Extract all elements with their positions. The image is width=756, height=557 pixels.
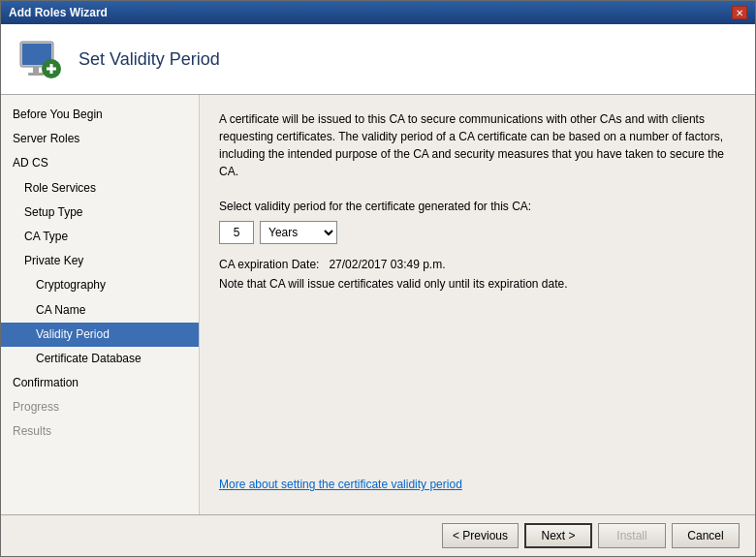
sidebar-item[interactable]: Role Services (1, 176, 199, 201)
sidebar-item: Results (1, 419, 199, 444)
sidebar-item[interactable]: CA Name (1, 298, 199, 323)
sidebar-item[interactable]: Confirmation (1, 371, 199, 395)
header-area: Set Validity Period (1, 24, 755, 95)
sidebar-item[interactable]: Before You Begin (1, 103, 199, 127)
sidebar: Before You BeginServer RolesAD CSRole Se… (1, 95, 200, 514)
page-title: Set Validity Period (79, 49, 220, 70)
content-area: Before You BeginServer RolesAD CSRole Se… (1, 95, 755, 514)
link-area: More about setting the certificate valid… (219, 477, 736, 491)
more-info-link[interactable]: More about setting the certificate valid… (219, 478, 462, 491)
install-button[interactable]: Install (598, 523, 666, 548)
title-bar: Add Roles Wizard ✕ (1, 1, 755, 24)
sidebar-item[interactable]: Setup Type (1, 201, 199, 225)
sidebar-item[interactable]: Private Key (1, 249, 199, 273)
window-title: Add Roles Wizard (9, 6, 108, 19)
cancel-button[interactable]: Cancel (672, 523, 740, 548)
expiration-line: CA expiration Date: 27/02/2017 03:49 p.m… (219, 258, 736, 271)
expiration-value: 27/02/2017 03:49 p.m. (329, 258, 445, 271)
header-icon (16, 36, 63, 82)
wizard-window: Add Roles Wizard ✕ Set Validity Period (0, 0, 756, 557)
previous-button[interactable]: < Previous (442, 523, 519, 548)
expiration-label: CA expiration Date: (219, 258, 319, 271)
main-content: A certificate will be issued to this CA … (200, 95, 755, 514)
validity-controls: YearsMonthsWeeksDays (219, 221, 736, 244)
svg-rect-6 (50, 64, 53, 74)
svg-rect-2 (33, 67, 39, 73)
select-label: Select validity period for the certifica… (219, 200, 736, 213)
sidebar-item[interactable]: Server Roles (1, 127, 199, 151)
sidebar-item[interactable]: Cryptography (1, 273, 199, 297)
sidebar-item[interactable]: AD CS (1, 151, 199, 175)
validity-unit-select[interactable]: YearsMonthsWeeksDays (260, 221, 337, 244)
sidebar-item: Progress (1, 395, 199, 419)
next-button[interactable]: Next > (524, 523, 592, 548)
svg-rect-3 (28, 73, 44, 76)
sidebar-item[interactable]: CA Type (1, 225, 199, 249)
footer: < Previous Next > Install Cancel (1, 514, 755, 556)
validity-number-input[interactable] (219, 221, 254, 244)
close-button[interactable]: ✕ (732, 6, 747, 19)
sidebar-item[interactable]: Certificate Database (1, 347, 199, 371)
sidebar-item[interactable]: Validity Period (1, 323, 199, 347)
note-text: Note that CA will issue certificates val… (219, 277, 736, 291)
description-text: A certificate will be issued to this CA … (219, 110, 736, 180)
